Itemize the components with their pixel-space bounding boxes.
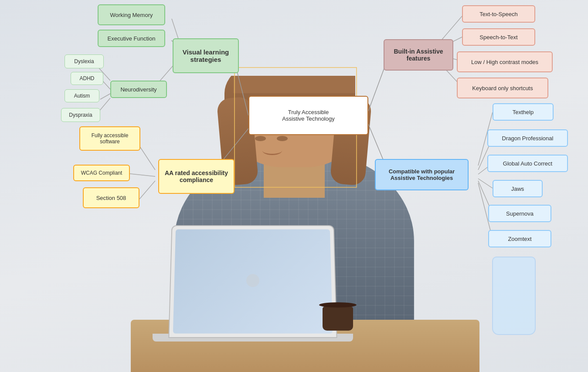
texthelp-label: Texthelp: [513, 109, 534, 115]
svg-line-6: [100, 94, 110, 99]
global-auto-correct-label: Global Auto Correct: [503, 160, 552, 167]
contrast-node: Low / High contrast modes: [457, 51, 553, 72]
builtin-label: Built-in Assistive features: [394, 48, 443, 62]
compatible-label: Compatible with popular Assistive Techno…: [389, 168, 455, 181]
supernova-node: Supernova: [488, 205, 551, 222]
global-auto-correct-node: Global Auto Correct: [487, 155, 568, 172]
fully-accessible-node: Fully accessible software: [79, 126, 140, 151]
dyslexia-node: Dyslexia: [65, 54, 104, 68]
tts-label: Text-to-Speech: [479, 11, 517, 17]
wcag-label: WCAG Compliant: [81, 170, 122, 176]
center-node: Truly Accessible Assistive Technology: [248, 96, 368, 135]
fully-accessible-label: Fully accessible software: [92, 132, 129, 145]
aa-compliance-node: AA rated accessibility compliance: [158, 159, 235, 194]
autism-node: Autism: [65, 89, 99, 102]
svg-line-11: [139, 181, 155, 199]
jaws-node: Jaws: [493, 180, 543, 197]
stt-node: Speech-to-Text: [462, 28, 535, 46]
neurodiversity-node: Neurodiversity: [110, 81, 167, 98]
svg-line-21: [478, 179, 493, 188]
dyslexia-label: Dyslexia: [74, 58, 94, 64]
wcag-node: WCAG Compliant: [73, 165, 130, 181]
dragon-label: Dragon Professional: [502, 135, 554, 142]
svg-line-5: [102, 81, 110, 89]
section508-node: Section 508: [83, 187, 139, 208]
tts-node: Text-to-Speech: [462, 5, 535, 23]
executive-function-node: Executive Function: [98, 30, 165, 47]
dragon-node: Dragon Professional: [487, 129, 568, 147]
builtin-node: Built-in Assistive features: [384, 39, 453, 71]
visual-learning-label: Visual learning strategies: [183, 48, 229, 63]
dyspraxia-node: Dyspraxia: [61, 108, 100, 122]
stt-label: Speech-to-Text: [479, 34, 517, 41]
aa-compliance-label: AA rated accessibility compliance: [165, 169, 228, 183]
dyspraxia-label: Dyspraxia: [69, 112, 92, 118]
working-memory-label: Working Memory: [110, 12, 153, 18]
supernova-label: Supernova: [506, 210, 534, 217]
neurodiversity-label: Neurodiversity: [120, 86, 156, 93]
zoomtext-node: Zoomtext: [488, 230, 551, 247]
keyboard-label: Keyboard only shortcuts: [472, 85, 533, 91]
svg-line-10: [126, 173, 155, 176]
adhd-label: ADHD: [79, 75, 94, 81]
visual-learning-node: Visual learning strategies: [173, 38, 239, 73]
section508-label: Section 508: [96, 195, 126, 201]
compatible-node: Compatible with popular Assistive Techno…: [375, 159, 469, 190]
executive-function-label: Executive Function: [108, 35, 156, 42]
zoomtext-label: Zoomtext: [508, 236, 531, 242]
working-memory-node: Working Memory: [98, 4, 165, 25]
center-label: Truly Accessible Assistive Technology: [282, 109, 334, 122]
keyboard-node: Keyboard only shortcuts: [457, 78, 548, 98]
autism-label: Autism: [74, 93, 90, 99]
jaws-label: Jaws: [511, 186, 524, 192]
contrast-label: Low / High contrast modes: [471, 59, 538, 65]
texthelp-node: Texthelp: [493, 103, 554, 121]
adhd-node: ADHD: [71, 72, 103, 85]
